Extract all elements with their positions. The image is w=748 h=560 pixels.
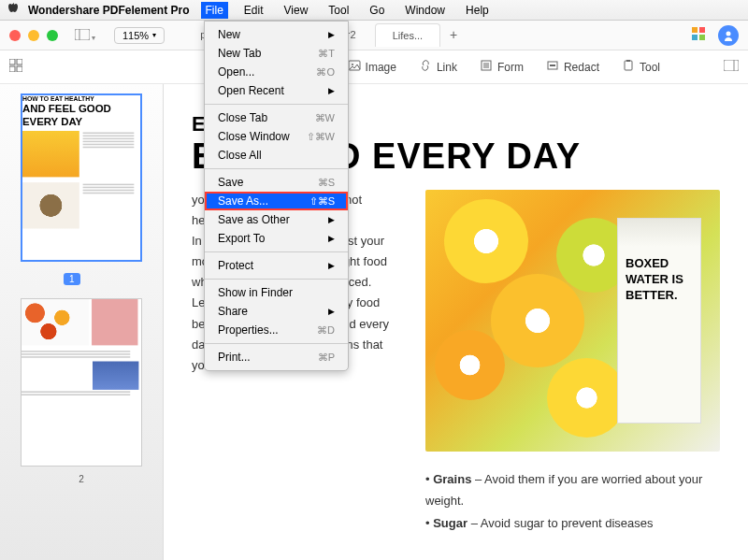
file-menu-dropdown: New▶New Tab⌘TOpen...⌘OOpen Recent▶Close … (204, 21, 349, 371)
menu-view[interactable]: View (280, 2, 313, 19)
menu-separator (205, 343, 348, 344)
menu-item-open-recent[interactable]: Open Recent▶ (205, 81, 348, 100)
menu-item-print[interactable]: Print...⌘P (205, 348, 348, 366)
zoom-value: 115% (122, 30, 149, 41)
svg-rect-5 (699, 35, 705, 40)
menu-item-label: Share (218, 305, 248, 318)
menu-item-label: New Tab (218, 47, 261, 60)
svg-point-6 (726, 31, 731, 36)
menu-separator (205, 168, 348, 169)
menu-separator (205, 279, 348, 280)
menu-item-open[interactable]: Open...⌘O (205, 63, 348, 81)
menu-item-properties[interactable]: Properties...⌘D (205, 321, 348, 339)
menu-item-label: Properties... (218, 323, 279, 337)
sidebar-toggle-icon[interactable]: ▾ (75, 27, 95, 44)
form-icon (480, 59, 493, 75)
menu-item-save[interactable]: Save⌘S (205, 173, 348, 192)
menu-file[interactable]: File (201, 2, 228, 19)
page-number-2: 2 (9, 474, 153, 484)
menu-item-export-to[interactable]: Export To▶ (205, 229, 348, 248)
menu-help[interactable]: Help (461, 2, 494, 19)
svg-rect-3 (699, 27, 705, 33)
menu-item-close-all[interactable]: Close All (205, 146, 348, 165)
menu-shortcut: ⇧⌘W (307, 131, 335, 143)
menu-shortcut: ⇧⌘S (309, 195, 335, 208)
menu-item-label: Close Tab (218, 111, 267, 124)
mac-menubar: Wondershare PDFelement Pro File Edit Vie… (0, 0, 748, 21)
submenu-arrow-icon: ▶ (328, 261, 335, 270)
menu-item-label: Open... (218, 65, 254, 79)
redact-icon (546, 59, 559, 75)
menu-item-label: Protect (218, 259, 253, 272)
thumbnails-panel-icon[interactable] (9, 59, 22, 75)
add-tab-button[interactable]: + (442, 23, 465, 47)
menu-item-save-as[interactable]: Save As...⇧⌘S (205, 192, 348, 210)
submenu-arrow-icon: ▶ (328, 234, 335, 243)
image-icon (348, 59, 361, 75)
thumbnails-sidebar: HOW TO EAT HEALTHY AND FEEL GOOD EVERY D… (0, 84, 164, 560)
menu-item-label: Close Window (218, 130, 290, 143)
tool-icon (622, 59, 635, 75)
workspace: HOW TO EAT HEALTHY AND FEEL GOOD EVERY D… (0, 84, 748, 560)
user-avatar[interactable] (718, 25, 739, 46)
menu-item-label: Open Recent (218, 84, 284, 97)
menu-item-new[interactable]: New▶ (205, 25, 348, 44)
menu-separator (205, 104, 348, 105)
menu-go[interactable]: Go (365, 2, 389, 19)
svg-rect-18 (550, 65, 555, 66)
menu-item-save-as-other[interactable]: Save as Other▶ (205, 210, 348, 229)
toolbar-link[interactable]: Link (419, 59, 457, 75)
menu-item-share[interactable]: Share▶ (205, 302, 348, 321)
menu-shortcut: ⌘P (318, 352, 335, 364)
svg-rect-19 (625, 61, 632, 70)
menu-item-label: Close All (218, 149, 262, 162)
menu-separator (205, 251, 348, 252)
menu-item-show-in-finder[interactable]: Show in Finder (205, 283, 348, 302)
submenu-arrow-icon: ▶ (328, 215, 335, 224)
close-window-button[interactable] (9, 30, 21, 41)
svg-rect-8 (17, 59, 22, 65)
submenu-arrow-icon: ▶ (328, 307, 335, 316)
svg-rect-4 (692, 35, 698, 40)
page-thumbnail-2[interactable] (21, 298, 142, 467)
menu-item-label: Export To (218, 232, 265, 245)
maximize-window-button[interactable] (47, 30, 58, 41)
page-number-1: 1 (64, 273, 80, 285)
submenu-arrow-icon: ▶ (328, 30, 335, 39)
menu-edit[interactable]: Edit (239, 2, 268, 19)
menu-item-label: Print... (218, 351, 251, 364)
menu-shortcut: ⌘T (318, 48, 335, 60)
menu-item-new-tab[interactable]: New Tab⌘T (205, 44, 348, 63)
menu-item-close-window[interactable]: Close Window⇧⌘W (205, 127, 348, 146)
apple-logo-icon[interactable] (7, 3, 19, 17)
menu-item-protect[interactable]: Protect▶ (205, 256, 348, 275)
menu-shortcut: ⌘D (317, 324, 335, 337)
svg-rect-7 (9, 59, 15, 65)
menu-shortcut: ⌘S (318, 177, 335, 189)
svg-rect-0 (75, 29, 90, 40)
svg-rect-20 (626, 60, 630, 62)
menu-shortcut: ⌘W (315, 112, 335, 124)
menu-tool[interactable]: Tool (324, 2, 353, 19)
svg-rect-21 (724, 60, 739, 71)
doc-bullets: • Grains – Avoid them if you are worried… (425, 468, 720, 534)
menu-item-label: New (218, 28, 240, 41)
app-name: Wondershare PDFelement Pro (28, 4, 190, 17)
panel-toggle-icon[interactable] (724, 60, 739, 74)
tab-3[interactable]: Lifes... (375, 23, 440, 47)
submenu-arrow-icon: ▶ (328, 86, 335, 95)
menu-item-close-tab[interactable]: Close Tab⌘W (205, 108, 348, 127)
zoom-selector[interactable]: 115%▾ (114, 27, 165, 44)
minimize-window-button[interactable] (28, 30, 39, 41)
apps-grid-icon[interactable] (692, 27, 705, 44)
toolbar-image[interactable]: Image (348, 59, 396, 75)
link-icon (419, 59, 432, 75)
menu-window[interactable]: Window (400, 2, 450, 19)
toolbar-form[interactable]: Form (480, 59, 524, 75)
page-thumbnail-1[interactable]: HOW TO EAT HEALTHY AND FEEL GOOD EVERY D… (21, 93, 142, 262)
toolbar-tool[interactable]: Tool (622, 59, 660, 75)
carton-text: BOXED WATER IS BETTER. (617, 218, 701, 424)
svg-point-12 (352, 64, 353, 65)
toolbar-redact[interactable]: Redact (546, 59, 599, 75)
svg-rect-2 (692, 27, 698, 33)
